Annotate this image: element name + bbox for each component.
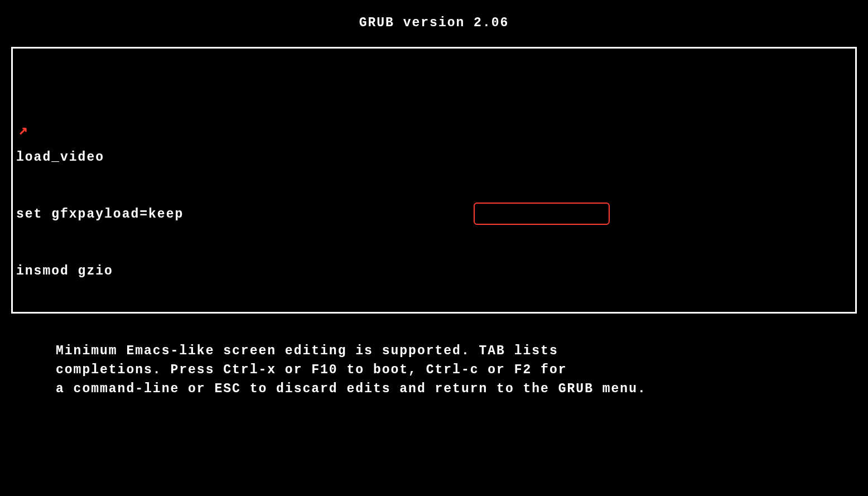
editor-line[interactable]: insmod gzio [16,262,852,281]
editor-line[interactable]: load_video [16,148,852,167]
editor-line[interactable]: set gfxpayload=keep [16,205,852,224]
grub-editor-content[interactable]: load_video set gfxpayload=keep insmod gz… [16,110,852,314]
grub-editor-box[interactable]: ↗ load_video set gfxpayload=keep insmod … [11,47,857,314]
grub-help-text: Minimum Emacs-like screen editing is sup… [56,341,812,398]
grub-title: GRUB version 2.06 [0,0,868,47]
